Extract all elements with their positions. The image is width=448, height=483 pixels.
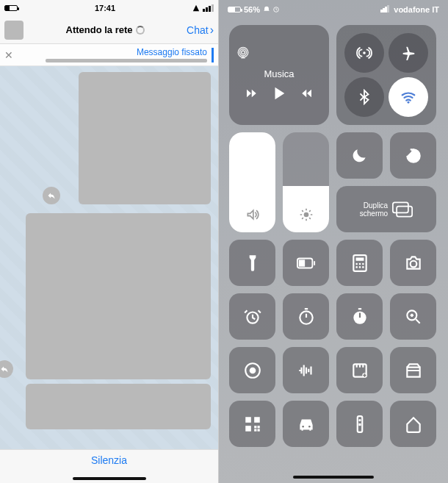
svg-point-19 [358, 266, 361, 268]
battery-indicator [4, 5, 18, 11]
signal-icon [192, 4, 214, 12]
status-time: 17:41 [95, 4, 115, 12]
message-bubble[interactable] [79, 72, 211, 204]
svg-rect-34 [257, 429, 259, 431]
back-to-chats-button[interactable]: Chat › [187, 24, 214, 37]
status-bar: 17:41 [0, 0, 218, 16]
alarm-clock-icon[interactable] [229, 293, 275, 340]
svg-rect-14 [355, 257, 364, 260]
svg-rect-32 [245, 426, 251, 432]
airplay-icon[interactable] [236, 46, 250, 62]
svg-point-17 [362, 262, 364, 265]
remote-icon[interactable] [336, 401, 383, 447]
svg-point-38 [308, 425, 311, 427]
bluetooth-icon[interactable] [344, 77, 384, 117]
mirror-label-2: schermo [360, 210, 388, 218]
svg-rect-30 [245, 417, 251, 423]
camera-icon[interactable] [390, 240, 436, 286]
calculator-icon[interactable] [336, 240, 383, 286]
chat-header: Attendo la rete Chat › [0, 16, 218, 44]
home-indicator[interactable] [293, 476, 374, 479]
svg-rect-7 [411, 154, 416, 157]
airplane-icon[interactable] [389, 33, 428, 73]
chat-app-screenshot: 17:41 Attendo la rete Chat › ✕ Messaggio… [0, 0, 219, 483]
svg-point-6 [303, 212, 308, 218]
carrier-label: vodafone IT [394, 5, 439, 14]
message-bubble[interactable] [26, 384, 211, 429]
magnifier-icon[interactable] [390, 293, 436, 340]
status-icons [263, 6, 280, 13]
chevron-right-icon: › [210, 24, 214, 37]
pinned-stripe [212, 48, 214, 62]
qr-scan-icon[interactable] [229, 401, 275, 447]
driving-mode-icon[interactable] [283, 401, 329, 447]
quick-note-icon[interactable] [336, 347, 383, 393]
svg-point-16 [358, 262, 361, 265]
wifi-icon[interactable] [389, 77, 428, 117]
pinned-label: Messaggio fissato [137, 47, 207, 57]
battery-percent: 56% [244, 5, 260, 14]
music-widget[interactable]: Musica [229, 25, 329, 125]
svg-point-21 [410, 260, 416, 267]
pinned-message-bar[interactable]: ✕ Messaggio fissato [0, 44, 218, 66]
message-bubble[interactable] [26, 213, 211, 379]
chat-footer: Silenzia [0, 449, 218, 483]
mirror-label-1: Duplica [360, 201, 388, 210]
svg-point-18 [355, 266, 358, 268]
close-icon[interactable]: ✕ [4, 49, 13, 61]
svg-point-5 [408, 101, 410, 104]
timer-icon[interactable] [283, 293, 329, 340]
brightness-slider[interactable] [283, 132, 329, 232]
svg-point-1 [242, 51, 245, 54]
brightness-icon [299, 207, 314, 225]
stopwatch-icon[interactable] [336, 293, 383, 340]
svg-point-20 [362, 266, 364, 268]
flashlight-icon[interactable] [229, 240, 275, 286]
svg-rect-36 [257, 426, 259, 428]
svg-point-4 [363, 51, 366, 54]
svg-rect-33 [254, 426, 256, 428]
volume-icon [245, 207, 260, 225]
svg-rect-35 [254, 429, 256, 431]
volume-slider[interactable] [229, 132, 275, 232]
svg-rect-8 [393, 202, 408, 212]
svg-point-40 [358, 418, 361, 421]
screen-record-icon[interactable] [229, 347, 275, 393]
screen-mirroring-icon [392, 201, 413, 218]
voice-memo-icon[interactable] [283, 347, 329, 393]
music-title: Musica [264, 68, 294, 79]
svg-rect-31 [254, 417, 260, 423]
next-track-icon[interactable] [245, 87, 258, 103]
play-icon[interactable] [271, 85, 287, 104]
svg-rect-9 [397, 206, 412, 216]
status-bar: 56% vodafone IT [219, 0, 448, 19]
wallet-icon[interactable] [390, 347, 436, 393]
svg-point-27 [249, 367, 256, 373]
svg-point-15 [355, 262, 358, 265]
reply-icon[interactable] [0, 360, 13, 378]
low-power-icon[interactable] [283, 240, 329, 286]
svg-rect-12 [298, 260, 304, 266]
screen-mirroring-button[interactable]: Duplica schermo [336, 186, 436, 232]
svg-point-2 [240, 49, 247, 55]
page-title: Attendo la rete [28, 24, 182, 35]
avatar[interactable] [4, 21, 24, 40]
svg-rect-41 [358, 423, 361, 425]
rotation-lock-icon[interactable] [390, 132, 436, 179]
reply-icon[interactable] [43, 187, 60, 204]
battery-indicator [228, 7, 241, 12]
signal-icon [380, 5, 389, 14]
svg-point-37 [302, 425, 304, 427]
cellular-antenna-icon[interactable] [344, 33, 384, 73]
loading-spinner-icon [136, 26, 145, 35]
home-indicator[interactable] [73, 477, 146, 480]
control-center: 56% vodafone IT Musica [219, 0, 448, 483]
svg-rect-11 [314, 261, 315, 265]
mute-button[interactable]: Silenzia [91, 454, 127, 466]
chat-body[interactable] [0, 66, 218, 449]
previous-track-icon[interactable] [300, 87, 314, 103]
do-not-disturb-icon[interactable] [336, 132, 383, 179]
home-icon[interactable] [390, 401, 436, 447]
connectivity-widget[interactable] [336, 25, 436, 125]
